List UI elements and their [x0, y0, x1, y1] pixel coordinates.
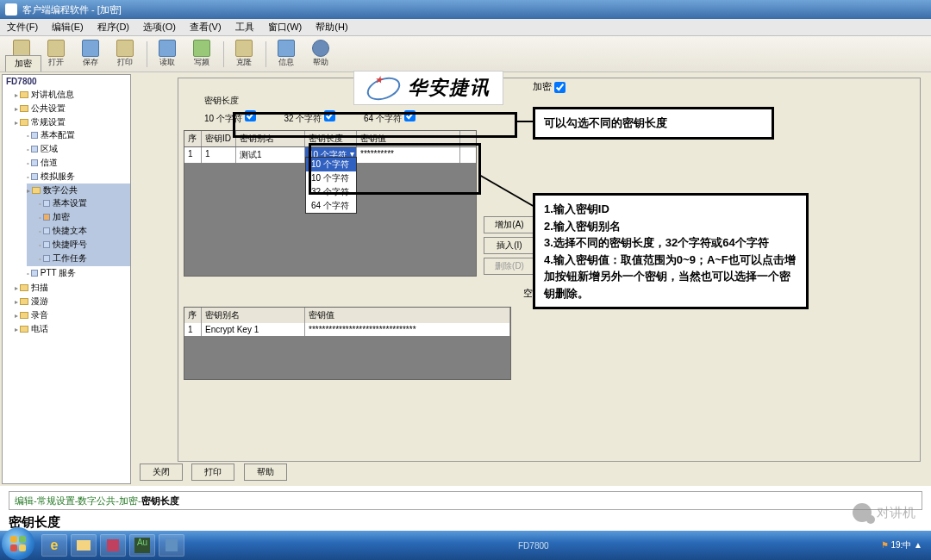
tree-ptt[interactable]: PTT 服务 — [27, 266, 130, 280]
menu-file[interactable]: 文件(F) — [0, 21, 45, 34]
menu-view[interactable]: 查看(V) — [183, 21, 228, 34]
start-button[interactable] — [2, 527, 34, 560]
menu-window[interactable]: 窗口(W) — [261, 21, 309, 34]
nav-tree[interactable]: FD7800 对讲机信息 公共设置 常规设置 基本配置 区域 信道 模拟服务 数… — [2, 74, 131, 484]
menu-help[interactable]: 帮助(H) — [309, 21, 354, 34]
logo-icon — [366, 75, 401, 101]
menu-edit[interactable]: 编辑(E) — [45, 21, 91, 34]
task-app3[interactable] — [159, 534, 184, 557]
encrypt-checkbox[interactable] — [554, 82, 565, 93]
tb-save[interactable]: 保存 — [74, 38, 107, 71]
tb-open[interactable]: 打开 — [40, 38, 72, 71]
tb-clone[interactable]: 克隆 — [228, 38, 260, 71]
task-center-label: FD7800 — [186, 541, 881, 551]
tb-print[interactable]: 打印 — [109, 38, 141, 71]
keylen-label: 密钥长度 — [204, 95, 920, 107]
app-icon — [5, 3, 17, 16]
annotation-1: 可以勾选不同的密钥长度 — [533, 107, 774, 140]
close-button[interactable]: 关闭 — [140, 464, 183, 481]
tree-basic[interactable]: 基本设置 — [39, 196, 130, 210]
tree-basicconf[interactable]: 基本配置 — [27, 128, 130, 142]
menu-option[interactable]: 选项(O) — [136, 21, 183, 34]
window-title: 客户端编程软件 - [加密] — [22, 3, 122, 16]
delete-button[interactable]: 删除(D) — [484, 258, 535, 275]
breadcrumb: 编辑-常规设置-数字公共-加密-密钥长度 — [9, 491, 922, 510]
add-button[interactable]: 增加(A) — [484, 216, 535, 233]
menu-tool[interactable]: 工具 — [228, 21, 261, 34]
tree-jobtask[interactable]: 工作任务 — [39, 252, 130, 265]
tree-analog[interactable]: 模拟服务 — [27, 170, 130, 184]
th-seq: 序 — [184, 131, 202, 146]
tree-general[interactable]: 常规设置 基本配置 区域 信道 模拟服务 数字公共 基本设置 加密 快捷文本 快… — [15, 115, 130, 281]
th2-seq: 序 — [184, 308, 202, 323]
tb-help[interactable]: 帮助 — [304, 38, 337, 71]
tb-write[interactable]: 写频 — [185, 38, 218, 71]
wechat-watermark: 对讲机 — [853, 503, 915, 522]
task-app2[interactable]: Au — [129, 534, 155, 557]
menu-program[interactable]: 程序(D) — [91, 21, 136, 34]
tb-read[interactable]: 读取 — [151, 38, 184, 71]
annotation-2: 1.输入密钥ID 2.输入密钥别名 3.选择不同的密钥长度，32个字符或64个字… — [533, 193, 809, 309]
tree-scan[interactable]: 扫描 — [15, 281, 130, 295]
tray[interactable]: ⚑ 19:中 ▲ — [881, 539, 922, 551]
tree-root[interactable]: FD7800 — [3, 75, 130, 88]
th2-alias: 密钥别名 — [202, 308, 305, 323]
dropdown-opt-64[interactable]: 64 个字符 — [306, 199, 356, 213]
print-button[interactable]: 打印 — [191, 464, 234, 481]
tree-digital[interactable]: 数字公共 基本设置 加密 快捷文本 快捷呼号 工作任务 — [27, 184, 130, 266]
tree-quicktext[interactable]: 快捷文本 — [39, 224, 130, 238]
task-app1[interactable] — [100, 534, 126, 557]
th2-val: 密钥值 — [305, 308, 510, 323]
tab-encrypt[interactable]: 加密 — [5, 55, 41, 72]
tree-record[interactable]: 录音 — [15, 308, 130, 322]
th-id: 密钥ID — [202, 131, 236, 146]
anno-line-1 — [517, 121, 533, 122]
tab-strip: 加密 — [5, 55, 41, 72]
table-row[interactable]: 1 Encrypt Key 1 ************************… — [184, 323, 510, 336]
tree-encrypt[interactable]: 加密 — [39, 210, 130, 224]
highlight-box-table — [309, 143, 481, 195]
tree-public[interactable]: 公共设置 — [15, 102, 130, 115]
help-button[interactable]: 帮助 — [244, 464, 287, 481]
tree-channel[interactable]: 信道 — [27, 156, 130, 170]
highlight-box-keylen — [233, 112, 517, 138]
tree-radioinfo[interactable]: 对讲机信息 — [15, 88, 130, 102]
section-title-encrypt: 加密 — [178, 78, 920, 95]
task-explorer[interactable] — [71, 534, 97, 557]
insert-button[interactable]: 插入(I) — [484, 237, 535, 254]
tree-phone[interactable]: 电话 — [15, 322, 130, 336]
task-ie[interactable]: e — [41, 534, 67, 557]
brand-logo: 华安捷讯 — [353, 71, 503, 105]
air-key-table[interactable]: 序 密钥别名 密钥值 1 Encrypt Key 1 *************… — [184, 307, 511, 380]
tree-quickcall[interactable]: 快捷呼号 — [39, 238, 130, 252]
window-titlebar: 客户端编程软件 - [加密] — [0, 0, 931, 19]
taskbar: e Au FD7800 ⚑ 19:中 ▲ — [0, 531, 931, 560]
tree-zone[interactable]: 区域 — [27, 142, 130, 156]
toolbar: 新建 打开 保存 打印 读取 写频 克隆 信息 帮助 — [0, 36, 931, 72]
menu-bar: 文件(F) 编辑(E) 程序(D) 选项(O) 查看(V) 工具 窗口(W) 帮… — [0, 19, 931, 36]
wechat-icon — [853, 503, 872, 522]
tree-roam[interactable]: 漫游 — [15, 295, 130, 308]
tb-info[interactable]: 信息 — [270, 38, 303, 71]
